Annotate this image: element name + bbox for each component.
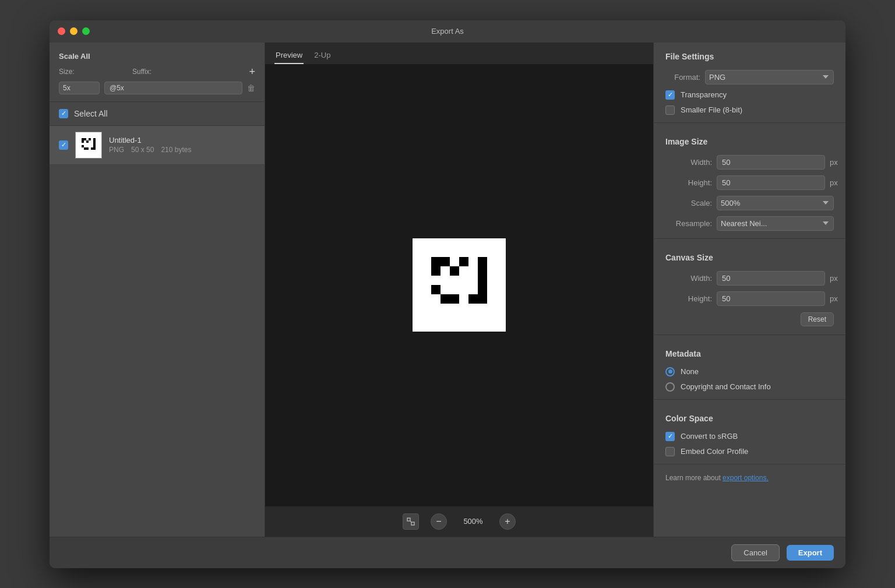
reset-button[interactable]: Reset: [801, 312, 834, 326]
scale-row: 5x 1x 2x 3x 🗑: [59, 82, 255, 94]
close-button[interactable]: [58, 27, 65, 35]
traffic-lights: [58, 27, 90, 35]
suffix-input[interactable]: [104, 82, 242, 94]
list-item[interactable]: ✓: [50, 126, 265, 165]
canvas-height-label: Height:: [665, 294, 712, 303]
metadata-copyright-row[interactable]: Copyright and Contact Info: [654, 379, 845, 395]
item-thumbnail: [75, 132, 102, 159]
width-unit: px: [830, 158, 841, 167]
smaller-file-label: Smaller File (8-bit): [681, 105, 742, 114]
thumbnail-svg: [77, 133, 100, 157]
zoom-fit-button[interactable]: [403, 513, 419, 530]
smaller-file-row[interactable]: Smaller File (8-bit): [654, 103, 845, 118]
scale-header-row: Size: Suffix: +: [59, 66, 255, 77]
convert-srgb-row[interactable]: ✓ Convert to sRGB: [654, 429, 845, 444]
center-panel: Preview 2-Up: [265, 43, 653, 537]
canvas-width-row: Width: px: [654, 268, 845, 288]
transparency-checkbox[interactable]: ✓: [665, 90, 675, 100]
resample-select[interactable]: Nearest Nei... Bilinear Bicubic: [717, 216, 834, 231]
learn-more-link[interactable]: export options.: [723, 474, 769, 482]
dialog-title: Export As: [431, 27, 464, 36]
embed-profile-checkbox[interactable]: [665, 447, 675, 456]
item-meta: PNG 50 x 50 210 bytes: [109, 146, 255, 154]
suffix-col-label: Suffix:: [132, 68, 151, 76]
divider-5: [654, 464, 845, 464]
item-format: PNG: [109, 146, 124, 154]
svg-rect-5: [82, 145, 84, 147]
format-select[interactable]: PNG JPEG GIF: [705, 70, 834, 84]
preview-controls: − 500% +: [265, 506, 653, 537]
bottom-bar: Cancel Export: [50, 537, 845, 568]
canvas-height-row: Height: px: [654, 288, 845, 309]
svg-rect-15: [441, 294, 459, 304]
metadata-title: Metadata: [654, 340, 845, 364]
minimize-button[interactable]: [70, 27, 77, 35]
export-button[interactable]: Export: [787, 545, 834, 561]
canvas-size-title: Canvas Size: [654, 244, 845, 268]
convert-srgb-checkbox[interactable]: ✓: [665, 432, 675, 441]
canvas-height-input[interactable]: [717, 291, 825, 306]
select-all-checkbox[interactable]: ✓: [59, 109, 68, 118]
svg-rect-17: [468, 294, 487, 304]
item-checkbox[interactable]: ✓: [59, 140, 68, 150]
check-icon: ✓: [61, 142, 66, 148]
format-label: Format:: [665, 73, 700, 82]
transparency-row[interactable]: ✓ Transparency: [654, 87, 845, 103]
metadata-none-label: None: [681, 367, 699, 376]
file-settings-title: File Settings: [654, 43, 845, 67]
transparency-label: Transparency: [681, 90, 727, 99]
svg-rect-10: [431, 257, 450, 266]
tab-2up[interactable]: 2-Up: [313, 47, 332, 64]
svg-rect-3: [82, 140, 84, 143]
add-scale-button[interactable]: +: [249, 66, 255, 77]
cancel-button[interactable]: Cancel: [731, 544, 779, 561]
size-col-label: Size:: [59, 68, 82, 76]
embed-profile-row[interactable]: Embed Color Profile: [654, 444, 845, 459]
scale-select[interactable]: 500% 100% 200%: [717, 196, 834, 210]
canvas-width-input[interactable]: [717, 271, 825, 286]
select-all-label: Select All: [74, 109, 108, 118]
height-unit: px: [830, 178, 841, 187]
svg-rect-18: [407, 518, 410, 521]
preview-image: [413, 238, 506, 332]
title-bar: Export As: [50, 20, 845, 43]
learn-more-row: Learn more about export options.: [654, 469, 845, 487]
preview-area: [265, 64, 653, 506]
check-icon: ✓: [61, 110, 66, 117]
canvas-width-unit: px: [830, 274, 841, 283]
divider-4: [654, 399, 845, 400]
svg-rect-12: [431, 266, 441, 276]
tab-preview[interactable]: Preview: [274, 47, 304, 64]
scale-label: Scale:: [665, 199, 712, 207]
zoom-out-button[interactable]: −: [431, 513, 447, 530]
select-all-row[interactable]: ✓ Select All: [50, 102, 265, 126]
preview-svg: [413, 238, 506, 332]
width-row: Width: px: [654, 152, 845, 172]
svg-rect-8: [91, 147, 96, 150]
zoom-level: 500%: [459, 517, 488, 526]
metadata-copyright-radio[interactable]: [665, 382, 675, 392]
metadata-none-radio[interactable]: [665, 367, 675, 376]
height-input[interactable]: [717, 175, 825, 190]
resample-row: Resample: Nearest Nei... Bilinear Bicubi…: [654, 213, 845, 234]
metadata-none-row[interactable]: None: [654, 364, 845, 379]
svg-rect-0: [77, 133, 100, 157]
smaller-file-checkbox[interactable]: [665, 105, 675, 115]
scale-all-section: Scale All Size: Suffix: + 5x 1x 2x 3x: [50, 43, 265, 102]
svg-rect-4: [86, 140, 89, 143]
maximize-button[interactable]: [82, 27, 90, 35]
svg-rect-11: [459, 257, 468, 266]
width-input[interactable]: [717, 155, 825, 170]
delete-scale-button[interactable]: 🗑: [247, 83, 255, 93]
divider-2: [654, 238, 845, 239]
export-as-dialog: Export As Scale All Size: Suffix: + 5x: [50, 20, 845, 568]
svg-rect-13: [450, 266, 459, 276]
item-size: 210 bytes: [161, 146, 191, 154]
zoom-in-button[interactable]: +: [499, 513, 516, 530]
svg-rect-14: [431, 285, 441, 294]
divider-3: [654, 335, 845, 335]
check-icon: ✓: [668, 91, 673, 98]
right-panel: File Settings Format: PNG JPEG GIF ✓ Tra…: [653, 43, 845, 537]
size-select[interactable]: 5x 1x 2x 3x: [59, 82, 100, 94]
divider-1: [654, 122, 845, 123]
